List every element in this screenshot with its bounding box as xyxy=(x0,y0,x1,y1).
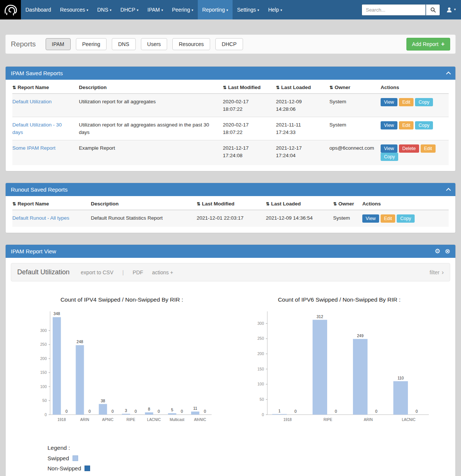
nav-item-label: Peering xyxy=(172,7,190,13)
column-header-report-name[interactable]: ⇅Report Name xyxy=(12,81,79,94)
report-name-link[interactable]: Some IPAM Report xyxy=(12,145,55,151)
table-header-row: ⇅Report NameDescription⇅Last Modified⇅La… xyxy=(12,198,449,210)
toolbar-links: export to CSV|PDFactions + xyxy=(81,269,173,275)
copy-button[interactable]: Copy xyxy=(415,121,433,129)
svg-text:LACNIC: LACNIC xyxy=(402,418,416,422)
nav-item-label: Dashboard xyxy=(25,7,51,13)
report-name-link[interactable]: Default Runout - All types xyxy=(12,215,69,221)
table-row: Some IPAM ReportExample Report2021-12-17… xyxy=(12,140,449,165)
view-button[interactable]: View xyxy=(381,144,397,153)
edit-button[interactable]: Edit xyxy=(421,144,436,153)
view-button[interactable]: View xyxy=(381,98,397,106)
svg-text:1918: 1918 xyxy=(57,418,66,422)
svg-text:0: 0 xyxy=(135,409,137,414)
owner-cell: System xyxy=(333,210,362,227)
chevron-down-icon: ▾ xyxy=(280,8,282,12)
column-header-last-modified[interactable]: ⇅Last Modified xyxy=(223,81,276,94)
svg-text:38: 38 xyxy=(101,399,105,403)
column-header-owner[interactable]: ⇅Owner xyxy=(329,81,381,94)
delete-button[interactable]: Delete xyxy=(399,144,419,153)
user-menu[interactable]: ▾ xyxy=(446,7,456,13)
toolbar-link-pdf[interactable]: PDF xyxy=(133,269,143,275)
svg-text:RIPE: RIPE xyxy=(324,418,333,422)
svg-text:0: 0 xyxy=(65,409,68,414)
tab-resources[interactable]: Resources xyxy=(172,38,210,50)
gear-icon[interactable]: ⚙ xyxy=(435,248,440,254)
close-icon[interactable]: ⊗ xyxy=(445,248,450,254)
search-input[interactable] xyxy=(362,4,426,16)
svg-text:0: 0 xyxy=(44,412,47,417)
ipam-saved-reports-header: IPAM Saved Reports xyxy=(6,67,455,80)
search-button[interactable] xyxy=(426,4,440,16)
edit-button[interactable]: Edit xyxy=(399,121,414,129)
edit-button[interactable]: Edit xyxy=(399,98,414,106)
nav-item-resources[interactable]: Resources▾ xyxy=(56,0,93,19)
svg-text:11: 11 xyxy=(193,406,197,411)
legend-item-non-swipped: Non-Swipped xyxy=(47,465,455,472)
copy-button[interactable]: Copy xyxy=(415,98,433,106)
chevron-down-icon: ▾ xyxy=(86,8,88,12)
view-button[interactable]: View xyxy=(381,121,397,129)
toolbar-link-actions[interactable]: actions + xyxy=(152,269,173,275)
column-header-last-modified[interactable]: ⇅Last Modified xyxy=(197,198,266,210)
svg-text:0: 0 xyxy=(262,412,264,417)
legend-title: Legend : xyxy=(47,445,455,451)
column-header-last-loaded[interactable]: ⇅Last Loaded xyxy=(266,198,333,210)
bar-chart: 0501001502002503001019183120RIPE2490ARIN… xyxy=(238,308,440,432)
sort-icon: ⇅ xyxy=(223,85,227,90)
report-name-link[interactable]: Default Utilization xyxy=(12,99,52,104)
tab-ipam[interactable]: IPAM xyxy=(46,38,71,50)
nav-item-peering[interactable]: Peering▾ xyxy=(168,0,198,19)
description-cell: Default Runout Statistics Report xyxy=(91,210,197,227)
navbar-right: ▾ xyxy=(362,0,461,19)
copy-button[interactable]: Copy xyxy=(381,153,398,161)
column-header-last-loaded[interactable]: ⇅Last Loaded xyxy=(276,81,329,94)
nav-item-reporting[interactable]: Reporting▾ xyxy=(198,0,233,19)
nav-item-help[interactable]: Help▾ xyxy=(264,0,286,19)
nav-item-ipam[interactable]: IPAM▾ xyxy=(143,0,168,19)
tab-peering[interactable]: Peering xyxy=(76,38,107,50)
report-name-link[interactable]: Default Utilization - 30 days xyxy=(12,122,62,135)
column-header-owner[interactable]: ⇅Owner xyxy=(333,198,362,210)
collapse-chevron-up-icon[interactable] xyxy=(446,71,451,76)
nav-item-label: Reporting xyxy=(202,7,225,13)
view-button[interactable]: View xyxy=(362,214,379,223)
table-header-row: ⇅Report NameDescription⇅Last Modified⇅La… xyxy=(12,81,449,94)
column-label: Actions xyxy=(362,201,381,207)
toolbar-link-export-to-csv[interactable]: export to CSV xyxy=(81,269,113,275)
report-name-cell: Default Runout - All types xyxy=(12,210,91,227)
nav-item-settings[interactable]: Settings▾ xyxy=(233,0,264,19)
svg-text:200: 200 xyxy=(40,356,47,361)
chevron-down-icon: ▾ xyxy=(110,8,112,12)
chevron-down-icon: ▾ xyxy=(161,8,163,12)
column-label: Report Name xyxy=(18,201,49,207)
tab-users[interactable]: Users xyxy=(141,38,168,50)
chevron-down-icon: ▾ xyxy=(454,7,456,11)
copy-button[interactable]: Copy xyxy=(397,214,414,223)
svg-text:200: 200 xyxy=(258,351,264,356)
last-modified-cell: 2020-02-17 18:07:22 xyxy=(223,94,276,117)
filter-toggle[interactable]: filter › xyxy=(430,269,444,275)
svg-text:0: 0 xyxy=(295,409,297,414)
svg-text:250: 250 xyxy=(258,336,264,341)
chart-title: Count of IPV6 Swipped / Non-Swipped By R… xyxy=(231,296,448,303)
nav-item-dns[interactable]: DNS▾ xyxy=(93,0,116,19)
svg-text:APNIC: APNIC xyxy=(102,418,114,422)
user-icon xyxy=(446,7,452,13)
column-label: Last Modified xyxy=(202,201,234,207)
report-name-cell: Default Utilization xyxy=(12,94,79,117)
column-label: Description xyxy=(91,201,119,207)
nav-item-dhcp[interactable]: DHCP▾ xyxy=(116,0,143,19)
column-label: Last Modified xyxy=(228,85,261,90)
nav-item-dashboard[interactable]: Dashboard xyxy=(21,0,56,19)
actions-cell: ViewEditCopy xyxy=(381,117,449,140)
add-report-button[interactable]: Add Report + xyxy=(406,38,450,51)
column-header-report-name[interactable]: ⇅Report Name xyxy=(12,198,91,210)
tab-dhcp[interactable]: DHCP xyxy=(215,38,243,50)
collapse-chevron-up-icon[interactable] xyxy=(446,188,451,193)
tab-dns[interactable]: DNS xyxy=(112,38,136,50)
app-logo[interactable] xyxy=(0,0,21,19)
edit-button[interactable]: Edit xyxy=(381,214,396,223)
column-label: Owner xyxy=(338,201,354,207)
bar-chart: 050100150200250300348019182480ARIN380APN… xyxy=(21,308,223,432)
